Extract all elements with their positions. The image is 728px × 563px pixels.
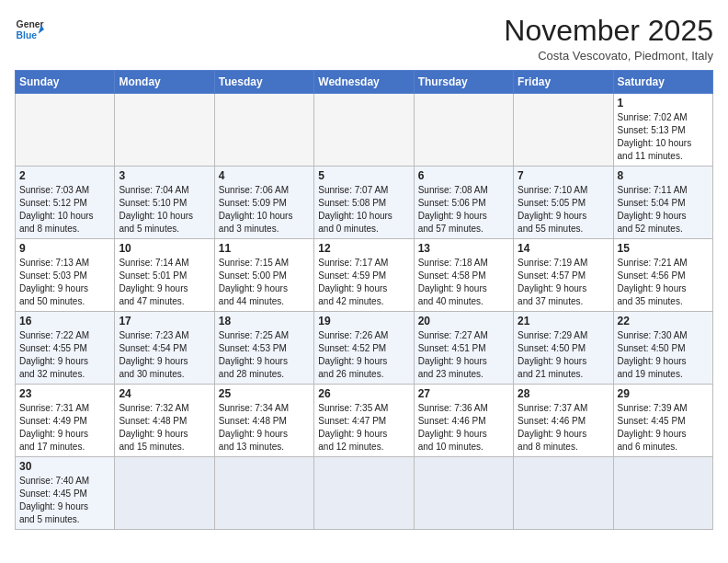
calendar-cell: 1Sunrise: 7:02 AM Sunset: 5:13 PM Daylig… [613,94,712,167]
day-number: 14 [518,242,609,255]
day-info: Sunrise: 7:14 AM Sunset: 5:01 PM Dayligh… [119,257,210,308]
day-number: 13 [418,242,509,255]
day-info: Sunrise: 7:19 AM Sunset: 4:57 PM Dayligh… [518,257,609,308]
day-info: Sunrise: 7:11 AM Sunset: 5:04 PM Dayligh… [618,184,709,236]
calendar-cell [514,94,613,167]
day-number: 22 [618,315,709,327]
calendar-cell: 30Sunrise: 7:40 AM Sunset: 4:45 PM Dayli… [16,457,115,530]
calendar-cell: 11Sunrise: 7:15 AM Sunset: 5:00 PM Dayli… [214,239,313,312]
calendar-cell [414,94,513,167]
day-info: Sunrise: 7:32 AM Sunset: 4:48 PM Dayligh… [119,402,210,454]
calendar-cell: 22Sunrise: 7:30 AM Sunset: 4:50 PM Dayli… [613,312,712,385]
calendar-cell [115,457,214,530]
calendar-cell: 8Sunrise: 7:11 AM Sunset: 5:04 PM Daylig… [613,167,712,239]
calendar-week-row-0: 1Sunrise: 7:02 AM Sunset: 5:13 PM Daylig… [16,94,713,167]
calendar-cell: 5Sunrise: 7:07 AM Sunset: 5:08 PM Daylig… [314,167,414,239]
day-number: 25 [219,387,310,400]
generalblue-logo-icon: General Blue [15,15,44,44]
title-block: November 2025 Costa Vescovato, Piedmont,… [504,15,713,63]
header-friday: Friday [514,71,613,94]
header-wednesday: Wednesday [314,71,414,94]
day-number: 11 [219,242,310,255]
calendar-cell [314,94,414,167]
calendar-cell: 2Sunrise: 7:03 AM Sunset: 5:12 PM Daylig… [16,167,115,239]
calendar-cell: 29Sunrise: 7:39 AM Sunset: 4:45 PM Dayli… [613,385,712,457]
day-number: 17 [119,315,210,327]
day-number: 24 [119,387,210,400]
svg-text:Blue: Blue [17,30,38,40]
calendar-cell [314,457,414,530]
day-number: 19 [318,315,409,327]
calendar-header-row: Sunday Monday Tuesday Wednesday Thursday… [16,71,713,94]
calendar-cell [514,457,613,530]
day-number: 28 [518,387,609,400]
calendar-week-row-5: 30Sunrise: 7:40 AM Sunset: 4:45 PM Dayli… [16,457,713,530]
day-number: 4 [219,169,310,182]
calendar-week-row-2: 9Sunrise: 7:13 AM Sunset: 5:03 PM Daylig… [16,239,713,312]
calendar-cell: 15Sunrise: 7:21 AM Sunset: 4:56 PM Dayli… [613,239,712,312]
calendar-cell: 6Sunrise: 7:08 AM Sunset: 5:06 PM Daylig… [414,167,513,239]
calendar-cell [613,457,712,530]
day-info: Sunrise: 7:04 AM Sunset: 5:10 PM Dayligh… [119,184,210,236]
header-monday: Monday [115,71,214,94]
day-number: 16 [19,315,110,327]
day-info: Sunrise: 7:10 AM Sunset: 5:05 PM Dayligh… [518,184,609,236]
day-number: 29 [618,387,709,400]
day-info: Sunrise: 7:40 AM Sunset: 4:45 PM Dayligh… [19,475,110,526]
day-number: 15 [618,242,709,255]
day-info: Sunrise: 7:02 AM Sunset: 5:13 PM Dayligh… [618,111,709,163]
calendar-cell [16,94,115,167]
month-title: November 2025 [504,15,713,47]
calendar-cell: 7Sunrise: 7:10 AM Sunset: 5:05 PM Daylig… [514,167,613,239]
calendar-cell: 28Sunrise: 7:37 AM Sunset: 4:46 PM Dayli… [514,385,613,457]
day-number: 26 [318,387,409,400]
day-number: 12 [318,242,409,255]
calendar-cell: 27Sunrise: 7:36 AM Sunset: 4:46 PM Dayli… [414,385,513,457]
day-number: 3 [119,169,210,182]
day-number: 5 [318,169,409,182]
header-saturday: Saturday [613,71,712,94]
day-number: 21 [518,315,609,327]
day-number: 23 [19,387,110,400]
calendar-cell: 18Sunrise: 7:25 AM Sunset: 4:53 PM Dayli… [214,312,313,385]
page: General Blue November 2025 Costa Vescova… [0,0,728,563]
header-tuesday: Tuesday [214,71,313,94]
calendar-cell: 21Sunrise: 7:29 AM Sunset: 4:50 PM Dayli… [514,312,613,385]
day-number: 1 [618,97,709,109]
calendar-cell: 4Sunrise: 7:06 AM Sunset: 5:09 PM Daylig… [214,167,313,239]
calendar-table: Sunday Monday Tuesday Wednesday Thursday… [15,70,713,530]
day-number: 9 [19,242,110,255]
day-info: Sunrise: 7:08 AM Sunset: 5:06 PM Dayligh… [418,184,509,236]
day-info: Sunrise: 7:07 AM Sunset: 5:08 PM Dayligh… [318,184,409,236]
calendar-cell: 10Sunrise: 7:14 AM Sunset: 5:01 PM Dayli… [115,239,214,312]
header-sunday: Sunday [16,71,115,94]
day-info: Sunrise: 7:23 AM Sunset: 4:54 PM Dayligh… [119,329,210,381]
calendar-cell: 14Sunrise: 7:19 AM Sunset: 4:57 PM Dayli… [514,239,613,312]
day-info: Sunrise: 7:06 AM Sunset: 5:09 PM Dayligh… [219,184,310,236]
calendar-cell: 19Sunrise: 7:26 AM Sunset: 4:52 PM Dayli… [314,312,414,385]
day-info: Sunrise: 7:15 AM Sunset: 5:00 PM Dayligh… [219,257,310,308]
calendar-cell: 12Sunrise: 7:17 AM Sunset: 4:59 PM Dayli… [314,239,414,312]
calendar-cell: 16Sunrise: 7:22 AM Sunset: 4:55 PM Dayli… [16,312,115,385]
calendar-week-row-3: 16Sunrise: 7:22 AM Sunset: 4:55 PM Dayli… [16,312,713,385]
day-number: 27 [418,387,509,400]
day-info: Sunrise: 7:03 AM Sunset: 5:12 PM Dayligh… [19,184,110,236]
day-number: 6 [418,169,509,182]
calendar-cell [214,94,313,167]
day-info: Sunrise: 7:37 AM Sunset: 4:46 PM Dayligh… [518,402,609,454]
location-subtitle: Costa Vescovato, Piedmont, Italy [504,49,713,63]
day-info: Sunrise: 7:39 AM Sunset: 4:45 PM Dayligh… [618,402,709,454]
calendar-cell [115,94,214,167]
calendar-cell: 13Sunrise: 7:18 AM Sunset: 4:58 PM Dayli… [414,239,513,312]
calendar-cell: 24Sunrise: 7:32 AM Sunset: 4:48 PM Dayli… [115,385,214,457]
day-number: 20 [418,315,509,327]
day-number: 30 [19,460,110,473]
day-number: 18 [219,315,310,327]
calendar-cell: 17Sunrise: 7:23 AM Sunset: 4:54 PM Dayli… [115,312,214,385]
calendar-cell [214,457,313,530]
day-info: Sunrise: 7:18 AM Sunset: 4:58 PM Dayligh… [418,257,509,308]
calendar-cell [414,457,513,530]
calendar-cell: 3Sunrise: 7:04 AM Sunset: 5:10 PM Daylig… [115,167,214,239]
calendar-cell: 25Sunrise: 7:34 AM Sunset: 4:48 PM Dayli… [214,385,313,457]
calendar-cell: 9Sunrise: 7:13 AM Sunset: 5:03 PM Daylig… [16,239,115,312]
